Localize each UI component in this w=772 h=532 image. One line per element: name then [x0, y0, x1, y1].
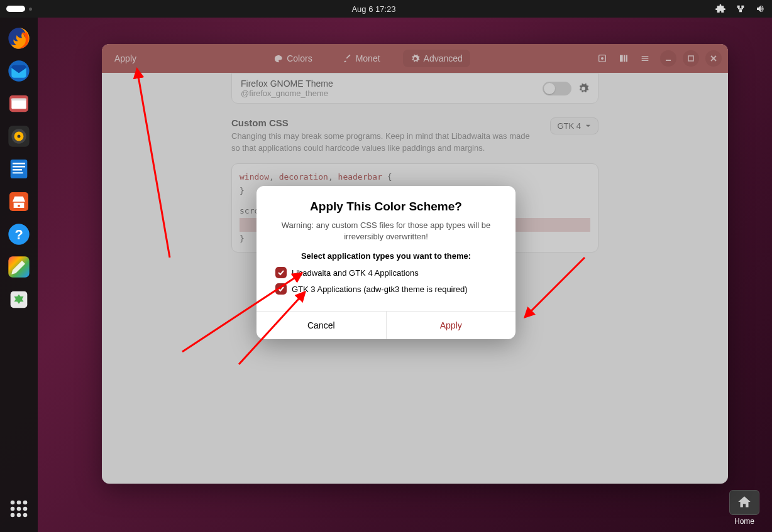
- extension-icon[interactable]: [715, 4, 725, 14]
- dock-app-trash[interactable]: [4, 285, 33, 314]
- brush-icon: [343, 54, 352, 63]
- svg-point-25: [11, 513, 15, 518]
- checkbox-gtk4[interactable]: [275, 267, 287, 278]
- desktop-home-folder[interactable]: Home: [729, 490, 759, 526]
- clock[interactable]: Aug 6 17:23: [351, 4, 395, 14]
- apply-dialog: Apply This Color Scheme? Warning: any cu…: [256, 186, 516, 339]
- maximize-button[interactable]: [683, 50, 699, 67]
- activities-pill[interactable]: [6, 6, 25, 12]
- dialog-title: Apply This Color Scheme?: [273, 200, 499, 214]
- firefox-theme-row: Firefox GNOME Theme @firefox_gnome_theme: [231, 73, 598, 104]
- headerbar: Apply Colors Monet Advanced: [102, 44, 728, 73]
- svg-point-20: [17, 501, 21, 505]
- svg-rect-32: [626, 55, 627, 62]
- custom-css-desc: Changing this may break some programs. K…: [231, 131, 540, 155]
- dialog-warning: Warning: any custom CSS files for those …: [273, 220, 499, 242]
- dock-show-apps[interactable]: [4, 494, 33, 523]
- svg-rect-37: [688, 56, 693, 61]
- dock-app-gradience[interactable]: [4, 252, 33, 281]
- svg-rect-31: [624, 55, 625, 62]
- dock-app-rhythmbox[interactable]: [4, 122, 33, 151]
- svg-rect-34: [642, 58, 649, 58]
- desktop-home-label: Home: [729, 517, 759, 526]
- svg-point-23: [17, 507, 21, 511]
- theme-row-title: Firefox GNOME Theme: [241, 79, 543, 89]
- dock-app-firefox[interactable]: [4, 24, 33, 53]
- close-button[interactable]: [705, 50, 722, 67]
- svg-point-22: [11, 507, 15, 511]
- dock-app-help[interactable]: ?: [4, 220, 33, 249]
- svg-rect-35: [642, 60, 649, 61]
- palette-icon: [273, 54, 283, 63]
- dock-app-thunderbird[interactable]: [4, 57, 33, 85]
- tab-advanced[interactable]: Advanced: [403, 50, 470, 67]
- firefox-theme-toggle[interactable]: [543, 82, 571, 95]
- svg-point-26: [17, 513, 21, 518]
- presets-manager-button[interactable]: [615, 50, 632, 67]
- svg-point-27: [23, 513, 28, 518]
- chevron-down-icon: [585, 122, 592, 129]
- svg-point-21: [23, 501, 28, 505]
- apply-button[interactable]: Apply: [108, 51, 143, 66]
- svg-rect-33: [642, 56, 649, 57]
- svg-text:?: ?: [14, 227, 23, 242]
- dock-app-software[interactable]: [4, 187, 33, 216]
- tab-monet[interactable]: Monet: [335, 50, 388, 67]
- dock: ?: [0, 18, 38, 532]
- workspace-dot: [29, 8, 32, 11]
- dock-app-writer[interactable]: [4, 155, 33, 183]
- network-icon[interactable]: [736, 4, 746, 14]
- minimize-button[interactable]: [660, 50, 676, 67]
- hamburger-menu-button[interactable]: [636, 50, 654, 67]
- svg-rect-12: [13, 169, 22, 171]
- gtk-version-dropdown[interactable]: GTK 4: [550, 117, 598, 134]
- svg-rect-13: [13, 172, 23, 174]
- sound-icon[interactable]: [756, 4, 766, 14]
- dialog-option-gtk3[interactable]: GTK 3 Applications (adw-gtk3 theme is re…: [275, 283, 497, 295]
- custom-css-heading: Custom CSS: [231, 117, 540, 128]
- dialog-select-label: Select application types you want to the…: [273, 251, 499, 261]
- theme-row-gear-icon[interactable]: [578, 83, 589, 94]
- dock-app-files[interactable]: [4, 89, 33, 118]
- svg-point-29: [601, 57, 604, 60]
- svg-rect-36: [666, 60, 671, 61]
- svg-rect-30: [620, 55, 623, 62]
- theme-row-subtitle: @firefox_gnome_theme: [241, 89, 543, 98]
- preset-icon-button[interactable]: [593, 50, 611, 67]
- gear-icon: [411, 54, 420, 63]
- svg-rect-4: [11, 99, 26, 100]
- svg-rect-11: [13, 166, 25, 168]
- tab-colors[interactable]: Colors: [266, 50, 319, 67]
- top-panel: Aug 6 17:23: [0, 0, 772, 18]
- dialog-cancel-button[interactable]: Cancel: [256, 312, 386, 339]
- svg-point-8: [18, 135, 21, 138]
- svg-rect-10: [13, 163, 25, 165]
- svg-point-19: [11, 501, 15, 505]
- dialog-option-gtk4[interactable]: Libadwaita and GTK 4 Applications: [275, 267, 497, 278]
- dialog-apply-button[interactable]: Apply: [386, 312, 516, 339]
- checkbox-gtk3[interactable]: [275, 283, 287, 295]
- svg-point-24: [23, 507, 28, 511]
